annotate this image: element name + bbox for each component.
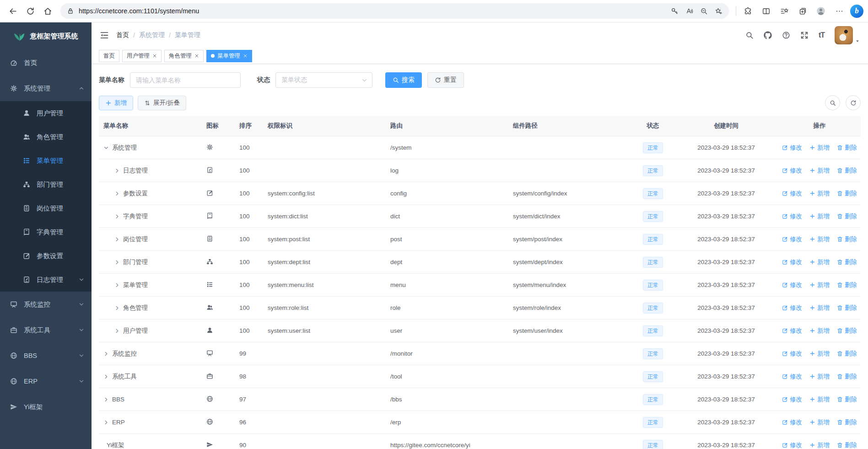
menu-name-cell[interactable]: 角色管理	[103, 304, 197, 312]
breadcrumb-item[interactable]: 首页	[116, 31, 129, 39]
read-aloud-button[interactable]	[682, 4, 696, 18]
row-action-edit[interactable]: 修改	[782, 441, 802, 449]
tab-home[interactable]: 首页	[99, 50, 119, 62]
sidebar-item-yi[interactable]: Yi框架	[0, 394, 92, 420]
row-action-delete[interactable]: 删除	[837, 304, 857, 312]
row-action-delete[interactable]: 删除	[837, 167, 857, 175]
search-icon[interactable]	[745, 31, 754, 39]
menu-name-cell[interactable]: 用户管理	[103, 327, 197, 335]
sidebar-item-monitor[interactable]: 系统监控	[0, 292, 92, 317]
row-action-delete[interactable]: 删除	[837, 441, 857, 449]
row-action-delete[interactable]: 删除	[837, 418, 857, 427]
hamburger-icon[interactable]	[100, 31, 109, 40]
row-action-add[interactable]: 新增	[809, 350, 830, 358]
breadcrumb-item[interactable]: 菜单管理	[175, 31, 200, 39]
row-action-delete[interactable]: 删除	[837, 235, 857, 243]
zoom-out-button[interactable]	[697, 4, 711, 18]
extensions-button[interactable]	[739, 3, 756, 19]
row-action-edit[interactable]: 修改	[782, 418, 802, 427]
row-action-add[interactable]: 新增	[809, 373, 830, 381]
sidebar-item-tool[interactable]: 系统工具	[0, 317, 92, 343]
row-action-add[interactable]: 新增	[809, 418, 830, 427]
row-action-edit[interactable]: 修改	[782, 350, 802, 358]
menu-name-cell[interactable]: 系统管理	[103, 144, 197, 152]
copilot-icon[interactable]: b	[850, 5, 863, 18]
add-button[interactable]: 新增	[99, 96, 133, 110]
expand-collapse-button[interactable]: 展开/折叠	[138, 96, 186, 110]
row-action-add[interactable]: 新增	[809, 327, 830, 335]
row-action-edit[interactable]: 修改	[782, 212, 802, 221]
breadcrumb-item[interactable]: 系统管理	[139, 31, 165, 39]
row-action-add[interactable]: 新增	[809, 395, 830, 404]
row-action-delete[interactable]: 删除	[837, 189, 857, 198]
menu-name-cell[interactable]: BBS	[103, 396, 197, 403]
row-action-delete[interactable]: 删除	[837, 350, 857, 358]
row-action-delete[interactable]: 删除	[837, 327, 857, 335]
row-action-delete[interactable]: 删除	[837, 395, 857, 404]
row-action-delete[interactable]: 删除	[837, 258, 857, 266]
sidebar-item-config[interactable]: 参数设置	[0, 244, 92, 268]
table-refresh-button[interactable]	[846, 95, 861, 110]
more-button[interactable]	[831, 3, 847, 19]
table-search-button[interactable]	[825, 95, 840, 110]
row-action-edit[interactable]: 修改	[782, 373, 802, 381]
row-action-edit[interactable]: 修改	[782, 235, 802, 243]
row-action-edit[interactable]: 修改	[782, 281, 802, 289]
menu-name-cell[interactable]: 字典管理	[103, 212, 197, 221]
row-action-edit[interactable]: 修改	[782, 395, 802, 404]
tab-user[interactable]: 用户管理	[122, 50, 162, 62]
row-action-delete[interactable]: 删除	[837, 281, 857, 289]
menu-name-cell[interactable]: 岗位管理	[103, 235, 197, 243]
status-select[interactable]: 菜单状态	[275, 72, 372, 88]
fullscreen-icon[interactable]	[800, 31, 809, 39]
close-icon[interactable]	[194, 54, 199, 58]
row-action-edit[interactable]: 修改	[782, 327, 802, 335]
address-bar[interactable]: https://ccnetcore.com:1101/system/menu	[60, 3, 729, 19]
row-action-add[interactable]: 新增	[809, 258, 830, 266]
favorites-button[interactable]	[776, 3, 793, 19]
row-action-add[interactable]: 新增	[809, 212, 830, 221]
menu-name-cell[interactable]: 部门管理	[103, 258, 197, 266]
sidebar-item-dict[interactable]: 字典管理	[0, 220, 92, 244]
menu-name-cell[interactable]: 参数设置	[103, 189, 197, 198]
row-action-delete[interactable]: 删除	[837, 373, 857, 381]
row-action-add[interactable]: 新增	[809, 235, 830, 243]
sidebar-item-log[interactable]: 日志管理	[0, 268, 92, 292]
sidebar-item-home[interactable]: 首页	[0, 50, 92, 76]
row-action-add[interactable]: 新增	[809, 167, 830, 175]
row-action-add[interactable]: 新增	[809, 144, 830, 152]
split-screen-button[interactable]	[758, 3, 774, 19]
close-icon[interactable]	[243, 54, 248, 58]
row-action-add[interactable]: 新增	[809, 281, 830, 289]
menu-name-cell[interactable]: 日志管理	[103, 167, 197, 175]
help-icon[interactable]	[782, 31, 790, 39]
row-action-edit[interactable]: 修改	[782, 189, 802, 198]
favorites-add-button[interactable]	[712, 4, 725, 18]
key-button[interactable]	[668, 4, 681, 18]
app-logo[interactable]: 意框架管理系统	[0, 22, 92, 50]
sidebar-item-user[interactable]: 用户管理	[0, 101, 92, 125]
row-action-delete[interactable]: 删除	[837, 212, 857, 221]
sidebar-item-post[interactable]: 岗位管理	[0, 196, 92, 220]
search-button[interactable]: 搜索	[385, 72, 422, 88]
row-action-add[interactable]: 新增	[809, 304, 830, 312]
sidebar-item-bbs[interactable]: BBS	[0, 343, 92, 368]
row-action-edit[interactable]: 修改	[782, 258, 802, 266]
sidebar-item-erp[interactable]: ERP	[0, 368, 92, 394]
row-action-add[interactable]: 新增	[809, 189, 830, 198]
back-button[interactable]	[5, 3, 21, 19]
menu-name-cell[interactable]: 系统监控	[103, 350, 197, 358]
user-menu[interactable]	[835, 26, 860, 44]
reset-button[interactable]: 重置	[427, 72, 464, 88]
sidebar-item-role[interactable]: 角色管理	[0, 125, 92, 149]
font-size-icon[interactable]: tT	[819, 31, 825, 39]
tab-role[interactable]: 角色管理	[164, 50, 204, 62]
sidebar-item-system[interactable]: 系统管理	[0, 76, 92, 101]
menu-name-cell[interactable]: 系统工具	[103, 373, 197, 381]
profile-button[interactable]	[813, 3, 829, 19]
sidebar-item-menu[interactable]: 菜单管理	[0, 149, 92, 173]
menu-name-input[interactable]	[130, 72, 241, 88]
github-icon[interactable]	[764, 31, 772, 39]
sidebar-item-dept[interactable]: 部门管理	[0, 173, 92, 196]
row-action-edit[interactable]: 修改	[782, 167, 802, 175]
